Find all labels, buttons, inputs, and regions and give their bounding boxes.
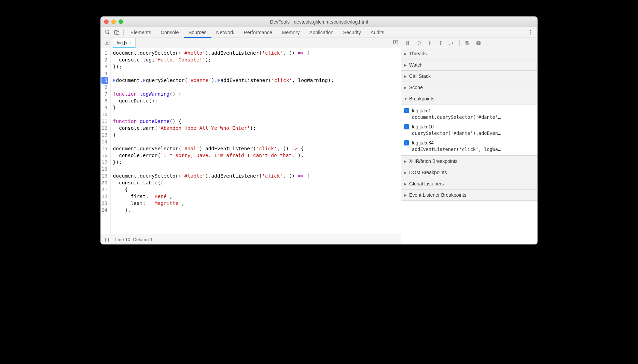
kebab-menu-icon[interactable]: ⋮ — [526, 29, 535, 36]
deactivate-breakpoints-icon[interactable] — [464, 40, 471, 46]
line-number[interactable]: 20 — [101, 179, 108, 186]
code-line[interactable]: console.error(`I'm sorry, Dave. I'm afra… — [113, 152, 399, 159]
line-number[interactable]: 10 — [101, 111, 108, 118]
code-line[interactable]: } — [113, 104, 399, 111]
code-line[interactable]: document.querySelector('#hal').addEventL… — [113, 145, 399, 152]
line-number[interactable]: 23 — [101, 200, 108, 207]
code-line[interactable] — [113, 84, 399, 90]
breakpoint-item[interactable]: ✓log.js:5:1document.querySelector('#dant… — [401, 106, 537, 122]
line-number[interactable]: 19 — [101, 172, 108, 179]
code-line[interactable] — [113, 166, 399, 172]
line-number[interactable]: 2 — [101, 56, 108, 63]
minimize-window-button[interactable] — [111, 19, 116, 24]
toggle-device-toolbar-icon[interactable] — [112, 30, 121, 35]
cursor-position-label: Line 10, Column 1 — [115, 237, 153, 242]
line-number-gutter[interactable]: 1 2 3 4 5 6 7 8 910111213141516171819202… — [101, 48, 111, 235]
code-line[interactable] — [113, 138, 399, 145]
step-over-icon[interactable] — [415, 40, 422, 46]
breakpoint-checkbox[interactable]: ✓ — [404, 108, 409, 113]
code-line[interactable]: console.log('Hello, Console!'); — [113, 56, 399, 63]
threads-section[interactable]: ▶Threads — [401, 48, 537, 59]
tab-security[interactable]: Security — [338, 27, 365, 38]
line-number[interactable]: 16 — [101, 152, 108, 159]
code-editor[interactable]: 1 2 3 4 5 6 7 8 910111213141516171819202… — [101, 48, 401, 235]
code-line[interactable]: last: 'Magritte', — [113, 200, 399, 207]
code-line[interactable]: }); — [113, 159, 399, 166]
column-breakpoint-marker[interactable] — [143, 78, 145, 82]
show-navigator-icon[interactable] — [103, 40, 111, 45]
svg-rect-5 — [406, 41, 407, 45]
pause-icon[interactable] — [404, 40, 412, 46]
code-line[interactable]: document.querySelector('#dante').addEven… — [113, 77, 399, 84]
tab-console[interactable]: Console — [156, 27, 183, 38]
tab-performance[interactable]: Performance — [239, 27, 277, 38]
line-number[interactable]: 5 — [101, 77, 108, 84]
close-window-button[interactable] — [104, 19, 109, 24]
breakpoint-checkbox[interactable]: ✓ — [404, 124, 409, 129]
step-into-icon[interactable] — [426, 40, 433, 46]
line-number[interactable]: 15 — [101, 145, 108, 152]
line-number[interactable]: 8 — [101, 97, 108, 104]
tab-memory[interactable]: Memory — [277, 27, 304, 38]
breakpoint-item[interactable]: ✓log.js:5:10querySelector('#dante').addE… — [401, 122, 537, 138]
code-line[interactable]: console.warn('Abandon Hope All Ye Who En… — [113, 125, 399, 131]
line-number[interactable]: 14 — [101, 138, 108, 145]
call-stack-section[interactable]: ▶Call Stack — [401, 71, 537, 82]
line-number[interactable]: 21 — [101, 186, 108, 193]
tab-sources[interactable]: Sources — [184, 27, 211, 38]
watch-section[interactable]: ▶Watch — [401, 59, 537, 71]
code-line[interactable]: { — [113, 186, 399, 193]
code-line[interactable]: } — [113, 131, 399, 138]
code-line[interactable]: function quoteDante() { — [113, 118, 399, 125]
line-number[interactable]: 6 — [101, 84, 108, 90]
tab-elements[interactable]: Elements — [126, 27, 156, 38]
code-line[interactable]: console.table([ — [113, 179, 399, 186]
line-number[interactable]: 22 — [101, 193, 108, 200]
editor-tab-logjs[interactable]: log.js × — [113, 38, 136, 48]
tab-audits[interactable]: Audits — [366, 27, 389, 38]
show-debugger-icon[interactable] — [393, 40, 398, 46]
breakpoints-section[interactable]: ▼Breakpoints — [401, 93, 537, 104]
code-line[interactable]: first: 'René', — [113, 193, 399, 200]
code-line[interactable] — [113, 111, 399, 118]
code-line[interactable] — [113, 70, 399, 77]
xhr-breakpoints-section[interactable]: ▶XHR/fetch Breakpoints — [401, 156, 537, 167]
line-number[interactable]: 12 — [101, 125, 108, 131]
column-breakpoint-marker[interactable] — [113, 78, 115, 82]
line-number[interactable]: 4 — [101, 70, 108, 77]
line-number[interactable]: 18 — [101, 166, 108, 172]
inspect-element-icon[interactable] — [103, 30, 112, 35]
dom-breakpoints-section[interactable]: ▶DOM Breakpoints — [401, 167, 537, 178]
code-line[interactable]: quoteDante(); — [113, 97, 399, 104]
line-number[interactable]: 17 — [101, 159, 108, 166]
breakpoint-code-preview: addEventListener('click', logWa… — [404, 146, 535, 152]
breakpoint-checkbox[interactable]: ✓ — [404, 140, 409, 145]
column-breakpoint-marker[interactable] — [218, 78, 220, 82]
line-number[interactable]: 7 — [101, 90, 108, 97]
code-line[interactable]: document.querySelector('#table').addEven… — [113, 172, 399, 179]
pause-on-exceptions-icon[interactable] — [475, 40, 482, 46]
line-number[interactable]: 1 — [101, 50, 108, 56]
line-number[interactable]: 9 — [101, 104, 108, 111]
code-line[interactable]: document.querySelector('#hello').addEven… — [113, 50, 399, 56]
global-listeners-section[interactable]: ▶Global Listeners — [401, 178, 537, 190]
step-icon[interactable] — [448, 40, 455, 46]
breakpoint-item[interactable]: ✓log.js:5:34addEventListener('click', lo… — [401, 138, 537, 154]
line-number[interactable]: 13 — [101, 131, 108, 138]
code-line[interactable]: }, — [113, 207, 399, 213]
line-number[interactable]: 24 — [101, 207, 108, 213]
maximize-window-button[interactable] — [119, 19, 123, 24]
line-number[interactable]: 3 — [101, 63, 108, 70]
close-tab-icon[interactable]: × — [129, 40, 132, 45]
tab-network[interactable]: Network — [211, 27, 239, 38]
event-listener-breakpoints-section[interactable]: ▶Event Listener Breakpoints — [401, 190, 537, 201]
pretty-print-icon[interactable]: {} — [104, 237, 110, 242]
code-content[interactable]: document.querySelector('#hello').addEven… — [111, 48, 401, 235]
code-line[interactable]: }); — [113, 63, 399, 70]
scope-section[interactable]: ▶Scope — [401, 82, 537, 93]
tab-application[interactable]: Application — [304, 27, 338, 38]
code-line[interactable]: function logWarning() { — [113, 90, 399, 97]
step-out-icon[interactable] — [437, 40, 444, 46]
debugger-toolbar — [401, 38, 537, 48]
line-number[interactable]: 11 — [101, 118, 108, 125]
